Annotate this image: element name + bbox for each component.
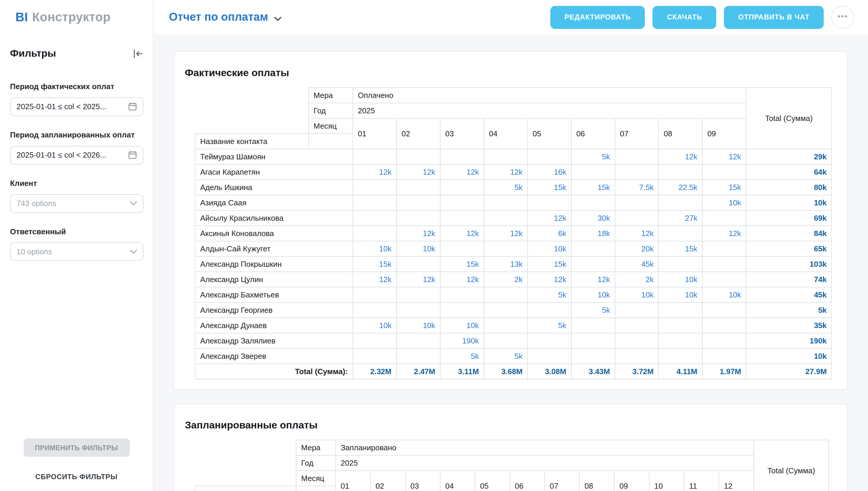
value-cell bbox=[702, 318, 746, 333]
main-area: Отчет по оплатам РЕДАКТИРОВАТЬ СКАЧАТЬ О… bbox=[153, 0, 868, 491]
actual-period-input[interactable]: 2025-01-01 ≤ col < 2025... bbox=[10, 97, 143, 116]
value-cell: 12k bbox=[528, 272, 571, 287]
value-cell bbox=[353, 226, 396, 241]
contact-name-cell: Александр Зверев bbox=[195, 348, 353, 364]
empty-header-cell bbox=[309, 134, 353, 149]
contact-name-cell: Александр Бахметьев bbox=[195, 287, 353, 302]
contact-row: Александр Цулин12k12k12k2k12k12k2k10k74k bbox=[195, 272, 832, 287]
year-value-cell: 2025 bbox=[336, 455, 754, 471]
ellipsis-icon: ••• bbox=[838, 11, 848, 20]
contact-name-cell: Александр Залялиев bbox=[195, 333, 353, 348]
value-cell bbox=[353, 149, 396, 164]
planned-period-value: 2025-01-01 ≤ col < 2026... bbox=[17, 150, 123, 159]
value-cell: 10k bbox=[528, 241, 571, 256]
column-total-cell: 4.11M bbox=[659, 364, 702, 379]
month-header: 04 bbox=[440, 471, 475, 491]
value-cell bbox=[353, 333, 396, 348]
filters-title: Фильтры bbox=[10, 48, 56, 60]
value-cell bbox=[440, 210, 484, 226]
responsible-select[interactable]: 10 options bbox=[10, 242, 143, 261]
contact-row: Айсылу Красильникова12k30k27k69k bbox=[195, 210, 832, 226]
value-cell: 5k bbox=[571, 149, 615, 164]
value-cell bbox=[353, 195, 396, 210]
reset-filters-button[interactable]: СБРОСИТЬ ФИЛЬТРЫ bbox=[35, 473, 117, 481]
contact-name-cell: Азияда Саая bbox=[195, 195, 353, 210]
row-total-cell: 10k bbox=[746, 348, 832, 364]
topbar-actions: РЕДАКТИРОВАТЬ СКАЧАТЬ ОТПРАВИТЬ В ЧАТ ••… bbox=[550, 6, 855, 29]
value-cell: 5k bbox=[484, 348, 528, 364]
value-cell bbox=[528, 333, 571, 348]
month-header: 12 bbox=[719, 471, 754, 491]
value-cell: 10k bbox=[702, 195, 746, 210]
actual-payments-table: МераОплаченоTotal (Сумма)Год2025Месяц010… bbox=[195, 87, 832, 379]
value-cell: 12k bbox=[659, 149, 702, 164]
year-label-cell: Год bbox=[309, 103, 353, 118]
measure-label-cell: Мера bbox=[296, 440, 336, 455]
apply-filters-button[interactable]: ПРИМЕНИТЬ ФИЛЬТРЫ bbox=[23, 438, 130, 457]
calendar-icon bbox=[128, 150, 137, 159]
value-cell: 16k bbox=[528, 164, 571, 180]
totals-row: Total (Сумма):2.32M2.47M3.11M3.68M3.08M3… bbox=[195, 364, 832, 379]
measure-label-cell: Мера bbox=[309, 88, 353, 103]
value-cell bbox=[615, 195, 659, 210]
value-cell: 10k bbox=[353, 318, 396, 333]
more-options-button[interactable]: ••• bbox=[831, 6, 855, 29]
contact-row: Теймураз Шамоян5k12k12k29k bbox=[195, 149, 832, 164]
value-cell bbox=[484, 287, 528, 302]
row-total-cell: 10k bbox=[746, 195, 832, 210]
value-cell bbox=[440, 287, 484, 302]
app-logo[interactable]: BI Конструктор bbox=[0, 0, 153, 34]
value-cell: 12k bbox=[702, 226, 746, 241]
report-selector[interactable]: Отчет по оплатам bbox=[169, 11, 282, 24]
value-cell bbox=[396, 195, 440, 210]
month-header: 01 bbox=[353, 118, 396, 149]
value-cell bbox=[571, 318, 615, 333]
value-cell bbox=[571, 333, 615, 348]
responsible-placeholder: 10 options bbox=[17, 247, 125, 256]
value-cell bbox=[615, 348, 659, 364]
value-cell bbox=[484, 241, 528, 256]
value-cell bbox=[615, 149, 659, 164]
value-cell bbox=[440, 195, 484, 210]
contact-row: Александр Бахметьев5k10k10k10k10k45k bbox=[195, 287, 832, 302]
chevron-down-icon bbox=[130, 201, 137, 205]
row-total-cell: 64k bbox=[746, 164, 832, 180]
value-cell: 10k bbox=[396, 318, 440, 333]
value-cell bbox=[396, 333, 440, 348]
value-cell: 10k bbox=[702, 287, 746, 302]
value-cell bbox=[353, 302, 396, 318]
month-label-cell: Месяц bbox=[309, 118, 353, 134]
month-header: 02 bbox=[396, 118, 440, 149]
actual-payments-card: Фактические оплаты МераОплаченоTotal (Су… bbox=[174, 51, 848, 390]
client-select[interactable]: 743 options bbox=[10, 194, 143, 213]
row-total-cell: 29k bbox=[746, 149, 832, 164]
sidebar-actions: ПРИМЕНИТЬ ФИЛЬТРЫ СБРОСИТЬ ФИЛЬТРЫ bbox=[0, 438, 153, 491]
value-cell bbox=[659, 333, 702, 348]
month-header: 08 bbox=[659, 118, 702, 149]
value-cell: 12k bbox=[571, 272, 615, 287]
planned-period-input[interactable]: 2025-01-01 ≤ col < 2026... bbox=[10, 145, 143, 164]
column-total-cell: 2.32M bbox=[353, 364, 396, 379]
value-cell bbox=[484, 195, 528, 210]
collapse-sidebar-icon[interactable] bbox=[131, 47, 145, 60]
value-cell bbox=[484, 210, 528, 226]
contact-row: Александр Залялиев190k190k bbox=[195, 333, 832, 348]
value-cell: 6k bbox=[528, 226, 571, 241]
value-cell bbox=[571, 195, 615, 210]
row-total-cell: 103k bbox=[746, 256, 832, 272]
contact-header-cell: Название контакта bbox=[195, 134, 309, 149]
download-button[interactable]: СКАЧАТЬ bbox=[653, 6, 716, 29]
planned-period-label: Период запланированных оплат bbox=[10, 130, 143, 141]
total-column-header: Total (Сумма) bbox=[754, 440, 829, 491]
value-cell bbox=[484, 318, 528, 333]
planned-payments-title: Запланированные оплаты bbox=[185, 420, 837, 431]
send-to-chat-button[interactable]: ОТПРАВИТЬ В ЧАТ bbox=[724, 6, 824, 29]
contact-row: Александр Дунаев10k10k10k5k35k bbox=[195, 318, 832, 333]
value-cell bbox=[659, 348, 702, 364]
value-cell: 13k bbox=[484, 256, 528, 272]
column-total-cell: 3.11M bbox=[440, 364, 484, 379]
value-cell bbox=[396, 180, 440, 195]
edit-button[interactable]: РЕДАКТИРОВАТЬ bbox=[550, 6, 645, 29]
contact-name-cell: Аксинья Коновалова bbox=[195, 226, 353, 241]
topbar: Отчет по оплатам РЕДАКТИРОВАТЬ СКАЧАТЬ О… bbox=[153, 0, 868, 34]
